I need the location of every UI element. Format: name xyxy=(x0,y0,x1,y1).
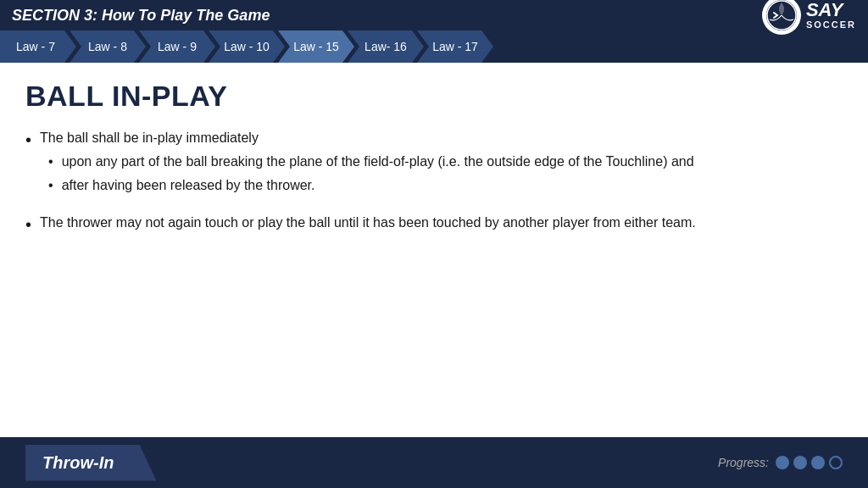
bullet-main-0: •The ball shall be in-play immediately•u… xyxy=(25,128,843,199)
footer: Throw-In Progress: xyxy=(0,437,868,488)
logo-say: SAY xyxy=(806,1,843,19)
nav-bar: Law - 7Law - 8Law - 9Law - 10Law - 15Law… xyxy=(0,30,868,63)
nav-tab-6[interactable]: Law - 17 xyxy=(417,30,493,63)
progress-dot-0 xyxy=(776,456,789,469)
content-area: •The ball shall be in-play immediately•u… xyxy=(25,128,843,236)
progress-label: Progress: xyxy=(718,456,769,469)
progress-dot-3 xyxy=(829,456,843,469)
logo: SAY SOCCER xyxy=(762,0,856,35)
sub-bullet-0-0: •upon any part of the ball breaking the … xyxy=(48,152,843,172)
main-content: BALL IN-PLAY •The ball shall be in-play … xyxy=(0,63,868,258)
header-bar: SECTION 3: How To Play The Game SAY SOCC… xyxy=(0,0,868,30)
footer-label-bg: Throw-In xyxy=(25,445,156,481)
logo-circle xyxy=(762,0,801,35)
sub-bullet-text-0-0: upon any part of the ball breaking the p… xyxy=(62,152,843,172)
nav-tab-0[interactable]: Law - 7 xyxy=(0,30,76,63)
sub-bullet-dot: • xyxy=(48,152,53,172)
logo-text-block: SAY SOCCER xyxy=(806,1,856,30)
logo-soccer: SOCCER xyxy=(806,19,856,30)
bullet-main-1: •The thrower may not again touch or play… xyxy=(25,213,843,236)
sub-bullet-text-0-1: after having been released by the throwe… xyxy=(62,175,843,196)
bullet-section-0: •The ball shall be in-play immediately•u… xyxy=(25,128,843,199)
page-title: BALL IN-PLAY xyxy=(25,80,843,113)
progress-dot-2 xyxy=(811,456,825,469)
bullet-text-1: The thrower may not again touch or play … xyxy=(40,213,843,233)
nav-tab-3[interactable]: Law - 10 xyxy=(209,30,285,63)
bullet-text-0: The ball shall be in-play immediately•up… xyxy=(40,128,843,199)
sub-bullets-0: •upon any part of the ball breaking the … xyxy=(48,152,843,196)
progress-dot-1 xyxy=(793,456,807,469)
bullet-dot: • xyxy=(25,128,31,152)
progress-dots xyxy=(776,456,843,469)
sub-bullet-0-1: •after having been released by the throw… xyxy=(48,175,843,196)
bullet-dot: • xyxy=(25,213,31,236)
nav-tab-5[interactable]: Law- 16 xyxy=(348,30,424,63)
nav-tab-1[interactable]: Law - 8 xyxy=(70,30,146,63)
sub-bullet-dot: • xyxy=(48,175,53,196)
bullet-section-1: •The thrower may not again touch or play… xyxy=(25,213,843,236)
footer-label: Throw-In xyxy=(42,453,114,472)
section-title: SECTION 3: How To Play The Game xyxy=(12,7,270,25)
footer-left: Throw-In xyxy=(25,445,156,481)
progress-container: Progress: xyxy=(718,456,843,469)
nav-tab-4[interactable]: Law - 15 xyxy=(278,30,354,63)
nav-tab-2[interactable]: Law - 9 xyxy=(139,30,215,63)
